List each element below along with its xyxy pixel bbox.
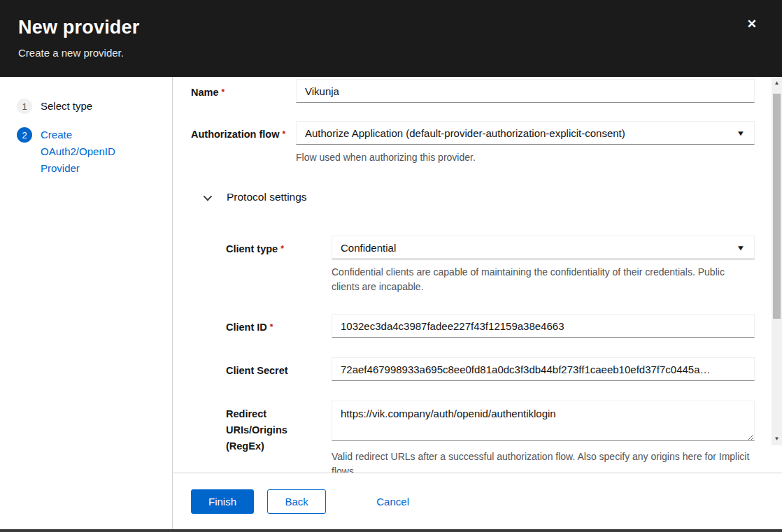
chevron-down-icon: ▼ <box>737 129 746 137</box>
authorization-flow-help: Flow used when authorizing this provider… <box>296 150 755 165</box>
page-subtitle: Create a new provider. <box>18 47 764 59</box>
cancel-button[interactable]: Cancel <box>374 490 412 513</box>
redirect-uris-label: Redirect URIs/Origins (RegEx) <box>226 401 332 479</box>
wizard-content: Name* Authorization flow* Authorize Appl… <box>173 77 782 532</box>
wizard-step-create-provider[interactable]: 2 Create OAuth2/OpenID Provider <box>17 127 172 177</box>
wizard-step-select-type[interactable]: 1 Select type <box>17 98 172 115</box>
scrollbar-thumb[interactable] <box>773 94 781 319</box>
redirect-uris-textarea[interactable]: https://vik.company/auth/openid/authenti… <box>332 401 755 441</box>
required-indicator: * <box>222 87 225 97</box>
client-secret-input[interactable] <box>332 357 755 381</box>
client-type-label: Client type* <box>226 236 332 294</box>
client-id-label: Client ID* <box>226 314 332 338</box>
wizard-sidebar: 1 Select type 2 Create OAuth2/OpenID Pro… <box>0 77 173 532</box>
client-secret-row: Client Secret <box>173 357 782 381</box>
chevron-expand-icon <box>204 192 213 201</box>
protocol-settings-toggle[interactable]: Protocol settings <box>173 191 782 203</box>
authorization-flow-row: Authorization flow* Authorize Applicatio… <box>173 121 782 165</box>
client-id-input[interactable] <box>332 314 755 338</box>
client-type-row: Client type* Confidential ▼ Confidential… <box>173 236 782 294</box>
provider-form: Name* Authorization flow* Authorize Appl… <box>173 77 782 479</box>
required-indicator: * <box>282 129 285 139</box>
step-label: Create OAuth2/OpenID Provider <box>41 127 126 177</box>
scroll-down-icon[interactable]: ▼ <box>772 434 782 444</box>
finish-button[interactable]: Finish <box>191 489 254 514</box>
back-button[interactable]: Back <box>267 489 325 514</box>
name-label: Name* <box>191 79 296 103</box>
modal-body: 1 Select type 2 Create OAuth2/OpenID Pro… <box>0 77 782 532</box>
wizard-footer: Finish Back Cancel <box>173 473 782 532</box>
window-bottom-edge <box>0 529 782 532</box>
step-number-badge: 1 <box>17 99 32 114</box>
new-provider-modal: New provider Create a new provider. ✕ 1 … <box>0 0 782 532</box>
required-indicator: * <box>280 244 284 254</box>
scroll-up-icon[interactable]: ▲ <box>772 78 782 88</box>
step-number-badge: 2 <box>17 127 32 143</box>
client-type-select[interactable]: Confidential ▼ <box>332 236 755 259</box>
authorization-flow-label: Authorization flow* <box>191 121 296 165</box>
client-type-help: Confidential clients are capable of main… <box>332 265 755 294</box>
protocol-settings-title: Protocol settings <box>227 191 307 203</box>
redirect-uris-row: Redirect URIs/Origins (RegEx) https://vi… <box>173 401 782 479</box>
vertical-scrollbar[interactable]: ▲ ▼ <box>772 77 782 445</box>
authorization-flow-select[interactable]: Authorize Application (default-provider-… <box>296 121 755 145</box>
client-secret-label: Client Secret <box>226 357 332 381</box>
page-title: New provider <box>18 17 764 38</box>
step-label: Select type <box>41 98 92 115</box>
required-indicator: * <box>270 322 273 332</box>
selected-value: Authorize Application (default-provider-… <box>305 127 625 139</box>
chevron-down-icon: ▼ <box>737 244 746 252</box>
client-id-row: Client ID* <box>173 314 782 338</box>
modal-header: New provider Create a new provider. ✕ <box>0 0 782 77</box>
name-row: Name* <box>173 79 782 103</box>
selected-value: Confidential <box>341 242 396 254</box>
name-input[interactable] <box>296 79 755 103</box>
close-icon[interactable]: ✕ <box>747 18 757 30</box>
